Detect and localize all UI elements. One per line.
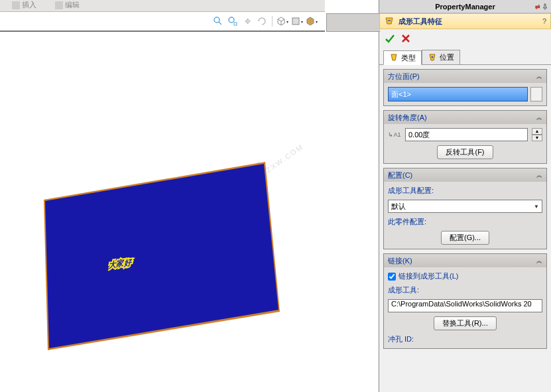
top-toolbar-fragment: 插入 编辑	[0, 0, 325, 12]
link-to-tool-checkbox[interactable]	[388, 273, 396, 281]
group-link: 链接(K) ︽ 链接到成形工具(L) 成形工具: C:\ProgramData\…	[383, 253, 547, 349]
selection-side-button[interactable]	[530, 87, 542, 101]
svg-rect-3	[234, 23, 237, 25]
svg-point-0	[214, 17, 219, 23]
replace-tool-button[interactable]: 替换工具(R)...	[434, 316, 496, 330]
cancel-icon[interactable]	[400, 33, 411, 44]
svg-marker-6	[45, 164, 278, 348]
link-to-tool-label: 链接到成形工具(L)	[398, 271, 458, 281]
config-combo-value: 默认	[391, 202, 406, 212]
group-placement-head[interactable]: 方位面(P) ︽	[384, 70, 546, 83]
svg-point-2	[229, 17, 234, 23]
config-button[interactable]: 配置(G)...	[441, 231, 489, 245]
link-to-tool-row[interactable]: 链接到成形工具(L)	[388, 271, 542, 281]
rotate-view-icon[interactable]	[256, 15, 268, 27]
rotation-spinner[interactable]: ▲ ▼	[532, 128, 542, 141]
collapse-icon[interactable]: ︽	[536, 257, 542, 265]
group-placement: 方位面(P) ︽ 面<1>	[383, 69, 547, 106]
tab-type-label: 类型	[401, 53, 416, 63]
help-icon[interactable]: ?	[542, 17, 546, 25]
group-rotation: 旋转角度(A) ︽ ↳A1 ▲ ▼ 反转工具(F)	[383, 110, 547, 164]
group-rotation-head[interactable]: 旋转角度(A) ︽	[384, 111, 546, 124]
tab-position-label: 位置	[440, 52, 454, 62]
display-style-icon[interactable]: ▾	[291, 15, 303, 27]
forming-tool-path-input[interactable]: C:\ProgramData\SolidWorks\SolidWorks 20	[388, 299, 542, 312]
group-config-title: 配置(C)	[388, 170, 412, 180]
placement-face-selection[interactable]: 面<1>	[388, 87, 528, 101]
position-tab-icon	[428, 53, 437, 62]
pm-tabs: 类型 位置	[379, 48, 551, 65]
view-cube-icon[interactable]: ▾	[276, 15, 288, 27]
placement-face-label: 面<1>	[391, 90, 411, 99]
collapse-icon[interactable]: ︽	[536, 72, 542, 81]
group-config-head[interactable]: 配置(C) ︽	[384, 168, 546, 182]
pushpin-icon[interactable]	[542, 3, 548, 10]
model-plate: 大家好 大家好	[36, 143, 288, 350]
ok-icon[interactable]	[385, 33, 395, 44]
collapse-icon[interactable]: ︽	[536, 113, 542, 122]
model-viewport[interactable]: 软件自学网 WWW.RJZXW.COM 大家好 大家好	[0, 31, 325, 392]
angle-icon: ↳A1	[388, 128, 401, 141]
pan-icon[interactable]: ✥	[241, 15, 253, 27]
zoom-fit-icon[interactable]	[212, 15, 224, 27]
group-config: 配置(C) ︽ 成形工具配置: 默认 此零件配置: 配置(G)...	[383, 168, 547, 249]
tab-position[interactable]: 位置	[422, 50, 460, 64]
svg-rect-4	[292, 18, 299, 25]
this-part-config-label: 此零件配置:	[388, 217, 542, 227]
frag-icon-1	[12, 1, 20, 9]
frag-label-2: 编辑	[65, 0, 80, 10]
group-link-head[interactable]: 链接(K) ︽	[384, 254, 546, 267]
group-link-title: 链接(K)	[388, 256, 412, 266]
pm-accept-row	[379, 29, 551, 48]
group-placement-title: 方位面(P)	[388, 72, 420, 82]
pm-header: PropertyManager ⇄	[379, 0, 551, 13]
frag-icon-2	[55, 1, 63, 9]
collapse-icon[interactable]: ︽	[536, 171, 542, 180]
pm-expand-icon[interactable]: ⇄	[535, 3, 540, 10]
zoom-area-icon[interactable]	[227, 15, 239, 27]
pm-titlebar: 成形工具特征 ?	[379, 13, 551, 29]
svg-point-7	[432, 56, 434, 58]
spin-up-icon[interactable]: ▲	[532, 128, 542, 135]
forming-tool-icon	[384, 16, 395, 27]
pm-body: 方位面(P) ︽ 面<1> 旋转角度(A) ︽ ↳A1	[379, 65, 551, 392]
svg-line-1	[219, 22, 221, 25]
section-icon[interactable]: ▾	[306, 15, 318, 27]
tab-type[interactable]: 类型	[383, 50, 422, 65]
punch-id-label: 冲孔 ID:	[388, 334, 542, 344]
forming-tool-config-combo[interactable]: 默认	[388, 200, 542, 213]
pm-title-text: 成形工具特征	[398, 17, 442, 27]
pm-header-title: PropertyManager	[435, 3, 495, 11]
frag-label-1: 插入	[22, 0, 36, 10]
group-rotation-title: 旋转角度(A)	[388, 113, 427, 123]
config-tool-label: 成形工具配置:	[388, 186, 542, 196]
property-manager-panel: PropertyManager ⇄ 成形工具特征 ? 类型 位置 方位面(P) …	[379, 0, 551, 392]
flip-tool-button[interactable]: 反转工具(F)	[437, 145, 493, 159]
rotation-angle-input[interactable]	[405, 128, 528, 141]
toolbar-separator	[272, 16, 273, 27]
spin-down-icon[interactable]: ▼	[532, 135, 542, 141]
view-toolbar: ✥ ▾ ▾ ▾	[0, 12, 325, 31]
forming-tool-path-label: 成形工具:	[388, 285, 542, 295]
type-tab-icon	[389, 53, 398, 62]
